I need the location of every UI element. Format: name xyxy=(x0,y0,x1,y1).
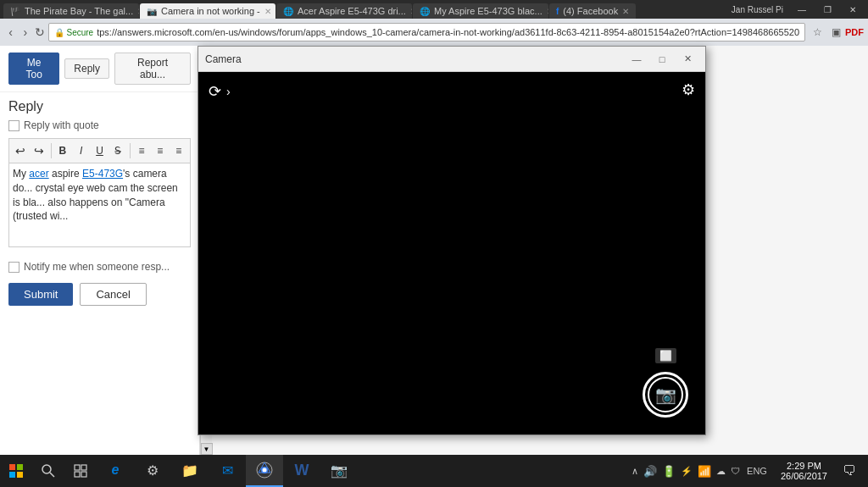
secure-label: Secure xyxy=(66,28,93,37)
camera-window-title: Camera xyxy=(205,53,242,65)
svg-point-12 xyxy=(263,468,267,473)
reload-button[interactable]: ↻ xyxy=(34,23,45,42)
camera-arrow-icon[interactable]: › xyxy=(226,85,231,98)
url-bar[interactable]: 🔒 Secure tps://answers.microsoft.com/en-… xyxy=(48,23,805,42)
svg-rect-2 xyxy=(9,472,15,478)
camera-lens-icon: 📷 xyxy=(655,385,676,405)
italic-button[interactable]: I xyxy=(72,141,90,160)
start-button[interactable] xyxy=(0,455,32,487)
camera-aspect-icon[interactable]: ⬜ xyxy=(655,348,676,363)
camera-top-left-controls: ⟳ › xyxy=(209,82,231,101)
camera-close-icon: ✕ xyxy=(684,53,692,64)
tab-facebook-close[interactable]: ✕ xyxy=(622,7,629,16)
me-too-button[interactable]: Me Too xyxy=(8,53,59,85)
taskbar-word-app[interactable]: W xyxy=(283,455,320,487)
cancel-button[interactable]: Cancel xyxy=(80,283,146,306)
tab-pirate[interactable]: 🏴 The Pirate Bay - The gal... ✕ xyxy=(3,3,139,19)
tab-facebook-label: (4) Facebook xyxy=(563,6,618,16)
search-button[interactable] xyxy=(32,455,64,487)
tab-pirate-icon: 🏴 xyxy=(10,7,20,16)
editor-toolbar: ↩ ↪ B I U S̶ ≡ ≡ ≡ xyxy=(8,138,191,163)
tab-acer2-close[interactable]: ✕ xyxy=(547,7,548,16)
taskbar-camera-app[interactable]: 📷 xyxy=(320,455,358,487)
svg-point-4 xyxy=(42,465,51,473)
model-link[interactable]: E5-473G xyxy=(82,168,123,180)
language-indicator[interactable]: ENG xyxy=(747,466,767,476)
camera-shutter-button[interactable]: 📷 xyxy=(643,372,688,418)
tab-acer1[interactable]: 🌐 Acer Aspire E5-473G dri... ✕ xyxy=(276,3,412,19)
cloud-icon[interactable]: ☁ xyxy=(716,466,726,477)
tab-camera-close[interactable]: ✕ xyxy=(264,7,271,16)
camera-titlebar: Camera — □ ✕ xyxy=(198,47,705,72)
date-display: 26/06/2017 xyxy=(781,471,827,481)
align-left-button[interactable]: ≡ xyxy=(133,141,151,160)
taskbar-edge-app[interactable]: e xyxy=(97,455,134,487)
close-button[interactable]: ✕ xyxy=(841,2,865,17)
acer-link[interactable]: acer xyxy=(29,168,48,180)
chrome-icon xyxy=(256,462,273,479)
tab-acer1-close[interactable]: ✕ xyxy=(410,7,412,16)
underline-button[interactable]: U xyxy=(91,141,108,160)
svg-rect-9 xyxy=(81,472,86,477)
power-icon[interactable]: ⚡ xyxy=(681,466,693,477)
scroll-down-arrow[interactable]: ▼ xyxy=(201,443,213,455)
reply-with-quote-label: Reply with quote xyxy=(24,119,99,131)
restore-button[interactable]: ❐ xyxy=(815,2,839,17)
camera-minimize-button[interactable]: — xyxy=(626,50,648,69)
report-abuse-button[interactable]: Report abu... xyxy=(114,53,191,85)
minimize-button[interactable]: — xyxy=(790,2,814,17)
reply-button[interactable]: Reply xyxy=(64,58,109,79)
edge-icon: e xyxy=(112,462,120,478)
secure-badge: 🔒 Secure xyxy=(54,28,93,37)
antivirus-icon[interactable]: 🛡 xyxy=(731,466,740,476)
camera-top-right-controls: ⚙ xyxy=(682,80,695,99)
network-icon[interactable]: 📶 xyxy=(698,465,711,478)
align-right-button[interactable]: ≡ xyxy=(170,141,187,160)
reply-with-quote-checkbox[interactable] xyxy=(8,120,19,131)
camera-rotate-icon[interactable]: ⟳ xyxy=(209,82,221,101)
bookmark-button[interactable]: ☆ xyxy=(809,24,826,41)
battery-icon[interactable]: 🔋 xyxy=(662,465,676,478)
undo-button[interactable]: ↩ xyxy=(12,141,30,160)
explorer-icon: 📁 xyxy=(181,462,198,479)
volume-icon[interactable]: 🔊 xyxy=(643,465,657,478)
chevron-up-icon[interactable]: ∧ xyxy=(632,466,638,477)
tab-facebook[interactable]: f (4) Facebook ✕ xyxy=(549,3,636,19)
window-controls: — ❐ ✕ xyxy=(790,2,865,17)
notify-label: Notify me when someone resp... xyxy=(24,261,170,273)
camera-close-button[interactable]: ✕ xyxy=(676,50,698,69)
notification-button[interactable]: 🗨 xyxy=(837,455,861,487)
taskbar-mail-app[interactable]: ✉ xyxy=(209,455,246,487)
extensions-button[interactable]: ▣ xyxy=(827,24,844,41)
tab-acer2[interactable]: 🌐 My Aspire E5-473G blac... ✕ xyxy=(413,3,548,19)
svg-rect-1 xyxy=(17,464,23,470)
taskbar-settings-app[interactable]: ⚙ xyxy=(134,455,171,487)
camera-window-controls: — □ ✕ xyxy=(626,50,698,69)
bold-button[interactable]: B xyxy=(54,141,72,160)
notify-row: Notify me when someone resp... xyxy=(0,254,199,279)
taskbar-app-icons: e ⚙ 📁 ✉ W 📷 xyxy=(97,455,625,487)
redo-button[interactable]: ↪ xyxy=(31,141,48,160)
taskbar-clock[interactable]: 2:29 PM 26/06/2017 xyxy=(774,461,834,481)
camera-settings-icon[interactable]: ⚙ xyxy=(682,81,695,98)
strikethrough-button[interactable]: S̶ xyxy=(109,141,127,160)
taskbar-explorer-app[interactable]: 📁 xyxy=(171,455,209,487)
taskbar-chrome-app[interactable] xyxy=(246,455,283,487)
forward-button[interactable]: › xyxy=(19,23,31,42)
tab-pirate-close[interactable]: ✕ xyxy=(137,7,139,16)
back-button[interactable]: ‹ xyxy=(5,23,16,42)
taskbar-system-tray: ∧ 🔊 🔋 ⚡ 📶 ☁ 🛡 ENG 2:29 PM 26/06/2017 🗨 xyxy=(625,455,868,487)
align-center-button[interactable]: ≡ xyxy=(151,141,169,160)
tab-camera-label: Camera in not working - xyxy=(161,6,260,16)
taskbar: e ⚙ 📁 ✉ W 📷 ∧ 🔊 � xyxy=(0,455,868,487)
task-view-button[interactable] xyxy=(64,455,97,487)
browser-titlebar: 🏴 The Pirate Bay - The gal... ✕ 📷 Camera… xyxy=(0,0,868,19)
tab-acer2-label: My Aspire E5-473G blac... xyxy=(434,6,542,16)
camera-maximize-button[interactable]: □ xyxy=(651,50,673,69)
notify-checkbox[interactable] xyxy=(8,262,19,273)
pdf-button[interactable]: PDF xyxy=(846,24,863,41)
editor-area[interactable]: My acer aspire E5-473G's camera do... cr… xyxy=(8,163,191,247)
submit-button[interactable]: Submit xyxy=(8,283,73,306)
camera-viewport: ⟳ › ⚙ ⬜ 📷 xyxy=(198,72,705,434)
tab-camera[interactable]: 📷 Camera in not working - ✕ xyxy=(140,3,275,19)
